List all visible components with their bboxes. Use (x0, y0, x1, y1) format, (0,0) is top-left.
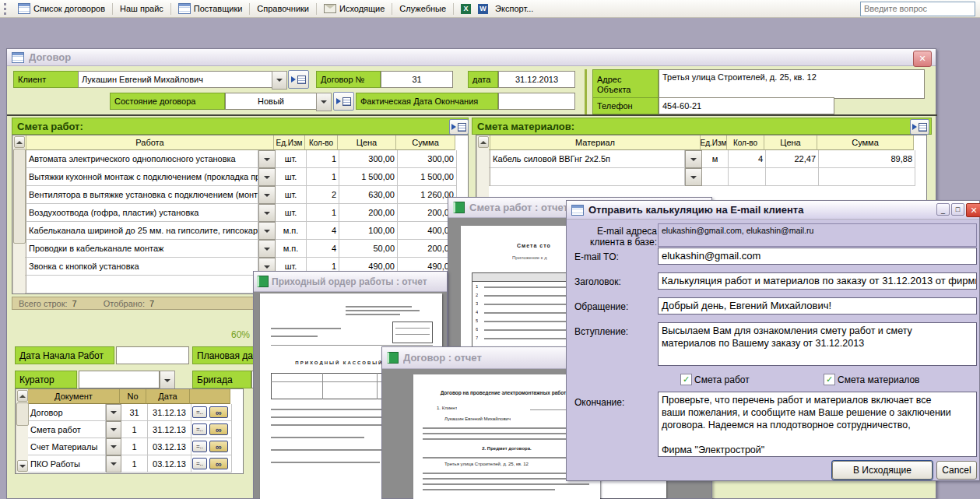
scroll-up-button[interactable] (478, 136, 489, 148)
close-icon[interactable]: ✕ (913, 51, 932, 67)
client-combo-arrow[interactable] (272, 71, 287, 90)
materials-checkbox[interactable]: ✓ (824, 374, 835, 385)
toolbar-item-suppliers[interactable]: Поставщики (173, 1, 248, 16)
assign-button[interactable]: =.. (192, 441, 207, 452)
unit-cell[interactable]: шт. (276, 204, 307, 222)
doc-date-cell[interactable]: 03.12.13 (148, 438, 191, 455)
combo-arrow-button[interactable] (258, 222, 276, 240)
combo-arrow-button[interactable] (106, 455, 121, 473)
email-to-input[interactable]: elukashin@gmail.com (658, 248, 977, 265)
doc-name-cell[interactable]: Счет Материалы (28, 438, 106, 455)
toolbar-item-export[interactable]: Экспорт... (490, 1, 539, 16)
doc-name-cell[interactable]: ПКО Работы (28, 455, 106, 473)
doc-date-cell[interactable]: 31.12.13 (148, 421, 191, 438)
doc-no-cell[interactable]: 1 (121, 438, 148, 455)
view-report-button[interactable]: ∞ (209, 406, 228, 418)
works-checkbox-label[interactable]: Смета работ (694, 374, 750, 385)
sum-cell[interactable]: 1 500,00 (398, 168, 457, 186)
ask-question-input[interactable] (860, 2, 975, 16)
client-combo[interactable]: Лукашин Евгений Михайлович (78, 71, 272, 88)
view-report-button[interactable]: ∞ (209, 458, 228, 469)
actual-end-input[interactable] (498, 93, 575, 110)
excel-export-button[interactable]: X (455, 1, 476, 16)
combo-arrow-button[interactable] (258, 240, 276, 258)
unit-cell[interactable]: шт. (276, 168, 307, 186)
work-name-cell[interactable]: Вытяжки кухонной монтаж с подключением (… (26, 168, 258, 186)
doc-date-cell[interactable]: 31.12.13 (148, 404, 191, 421)
doc-name-cell[interactable]: Договор (28, 404, 106, 421)
phone-input[interactable]: 454-60-21 (659, 97, 834, 114)
combo-arrow-button[interactable] (685, 150, 702, 168)
materials-table-scrollbar[interactable] (476, 135, 489, 204)
start-date-input[interactable] (116, 346, 189, 364)
work-name-cell[interactable]: Проводки в кабельканале монтаж (26, 240, 258, 258)
scroll-thumb[interactable] (13, 149, 26, 244)
qty-cell[interactable]: 1 (307, 204, 339, 222)
doc-no-cell[interactable]: 1 (121, 455, 148, 473)
unit-cell[interactable] (702, 168, 729, 186)
qty-cell[interactable]: 4 (729, 150, 766, 168)
unit-cell[interactable]: м.п. (276, 240, 307, 258)
intro-textarea[interactable]: Высылаем Вам для ознакомления смету рабо… (658, 322, 977, 366)
doc-name-cell[interactable]: Смета работ (28, 421, 106, 438)
doc-no-cell[interactable]: 31 (121, 404, 148, 421)
price-cell[interactable]: 300,00 (339, 150, 398, 168)
send-to-outbox-button[interactable]: В Исходящие (832, 461, 933, 480)
doc-no-cell[interactable]: 1 (121, 421, 148, 438)
closing-textarea[interactable]: Проверьте, что перечень работ и материал… (658, 392, 977, 457)
price-cell[interactable]: 200,00 (339, 204, 398, 222)
qty-cell[interactable]: 1 (307, 168, 339, 186)
contract-no-input[interactable]: 31 (381, 71, 453, 88)
price-cell[interactable] (766, 168, 819, 186)
price-cell[interactable]: 50,00 (339, 240, 398, 258)
toolbar-item-outbox[interactable]: Исходящие (318, 1, 390, 16)
unit-cell[interactable]: м.п. (276, 222, 307, 240)
state-combo-arrow[interactable] (316, 93, 332, 111)
doc-date-cell[interactable]: 03.12.13 (148, 455, 191, 473)
assign-button[interactable]: =.. (192, 458, 207, 469)
toolbar-drag-handle[interactable] (4, 3, 9, 15)
work-name-cell[interactable]: Кабельканала шириной до 25 мм. на гипсол… (26, 222, 258, 240)
work-name-cell[interactable] (26, 276, 258, 293)
curator-combo-arrow[interactable] (160, 371, 175, 390)
word-export-button[interactable]: W (476, 1, 490, 16)
unit-cell[interactable]: шт. (276, 186, 307, 204)
subject-input[interactable]: Калькуляция работ и материалов по заказу… (658, 272, 977, 290)
state-goto-button[interactable] (333, 92, 354, 111)
works-checkbox[interactable]: ✓ (680, 374, 692, 385)
combo-arrow-button[interactable] (685, 168, 702, 186)
qty-cell[interactable]: 4 (307, 240, 339, 258)
work-name-cell[interactable]: Вентилятора в вытяжке установка с подклю… (26, 186, 258, 204)
toolbar-item-contract-list[interactable]: Список договоров (12, 1, 111, 16)
material-name-cell[interactable]: Кабель силовой ВВГнг 2х2.5п (490, 150, 685, 168)
unit-cell[interactable]: шт. (276, 150, 307, 168)
combo-arrow-button[interactable] (106, 438, 121, 455)
assign-button[interactable]: =.. (192, 423, 207, 435)
combo-arrow-button[interactable] (258, 150, 276, 168)
sum-cell[interactable]: 300,00 (398, 150, 457, 168)
sum-cell[interactable]: 89,88 (819, 150, 915, 168)
combo-arrow-button[interactable] (258, 186, 276, 204)
toolbar-item-directories[interactable]: Справочники (251, 1, 314, 16)
close-icon[interactable]: ✕ (966, 203, 980, 217)
qty-cell[interactable]: 2 (307, 186, 339, 204)
combo-arrow-button[interactable] (106, 404, 121, 421)
materials-checkbox-label[interactable]: Смета материалов (838, 374, 920, 385)
materials-goto-button[interactable] (910, 119, 929, 135)
combo-arrow-button[interactable] (258, 204, 276, 222)
works-goto-button[interactable] (449, 119, 469, 135)
client-goto-button[interactable] (288, 70, 309, 89)
greeting-input[interactable]: Добрый день, Евгений Михайлович! (658, 297, 977, 315)
scroll-thumb[interactable] (16, 402, 29, 426)
contract-window-titlebar[interactable]: Договор (7, 49, 936, 66)
work-name-cell[interactable]: Автомата электрического однополюсного ус… (26, 150, 258, 168)
combo-arrow-button[interactable] (106, 421, 121, 438)
cancel-button[interactable]: Cancel (936, 461, 977, 480)
toolbar-item-service[interactable]: Служебные (394, 1, 451, 16)
scroll-up-button[interactable] (17, 390, 28, 402)
combo-arrow-button[interactable] (258, 168, 276, 186)
scroll-down-button[interactable] (17, 460, 28, 472)
qty-cell[interactable] (729, 168, 766, 186)
works-table-scrollbar[interactable] (12, 135, 25, 293)
price-cell[interactable]: 22,47 (766, 150, 819, 168)
